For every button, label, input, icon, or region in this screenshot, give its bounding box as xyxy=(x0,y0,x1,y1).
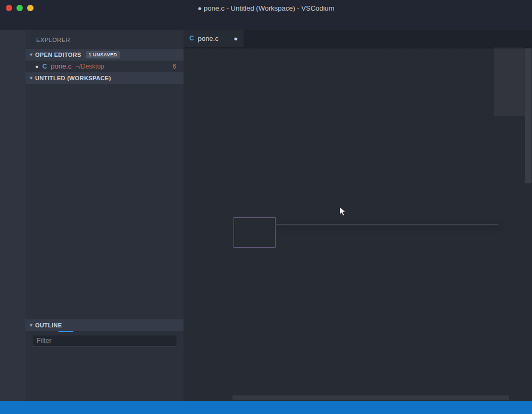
tab-bar: C pone.c ● xyxy=(184,30,532,47)
close-button[interactable] xyxy=(6,5,12,11)
activity-bar xyxy=(0,30,26,401)
tab-pone.c[interactable]: C pone.c ● xyxy=(184,30,244,47)
mouse-cursor xyxy=(339,206,347,219)
workspace-header[interactable]: ▼ UNTITLED (WORKSPACE) xyxy=(26,72,184,84)
chevron-down-icon: ▼ xyxy=(29,52,35,57)
modified-dot-icon[interactable]: ● xyxy=(35,63,39,70)
minimap-slider[interactable] xyxy=(494,47,525,116)
open-editors-label: OPEN EDITORS xyxy=(35,52,81,58)
unsaved-badge: 1 UNSAVED xyxy=(86,51,121,58)
tab-label: pone.c xyxy=(198,35,219,43)
code-editor[interactable] xyxy=(184,47,532,401)
outline-filter-input[interactable] xyxy=(32,335,177,347)
vertical-scrollbar[interactable] xyxy=(525,47,532,401)
open-editor-item-pone.c[interactable]: ● C pone.c ~/Desktop 6 xyxy=(26,61,184,72)
menu-bar xyxy=(0,16,532,30)
editor-group: C pone.c ● xyxy=(184,30,532,401)
c-file-icon: C xyxy=(189,35,194,42)
outline-header[interactable]: ▼ OUTLINE xyxy=(26,319,184,331)
problems-count-badge: 6 xyxy=(172,63,176,70)
window-title: ● pone.c - Untitled (Workspace) - VSCodi… xyxy=(0,4,532,12)
horizontal-scrollbar[interactable] xyxy=(232,395,509,400)
open-editors-header[interactable]: ▼ OPEN EDITORS 1 UNSAVED xyxy=(26,49,184,61)
status-bar xyxy=(0,401,532,414)
open-editor-path: ~/Desktop xyxy=(75,63,104,70)
minimize-button[interactable] xyxy=(16,5,23,11)
workspace-label: UNTITLED (WORKSPACE) xyxy=(35,75,111,81)
dirty-dot-icon[interactable]: ● xyxy=(234,35,238,43)
chevron-down-icon: ▼ xyxy=(29,75,35,81)
outline-label: OUTLINE xyxy=(35,322,62,328)
editor-actions xyxy=(523,30,532,47)
open-editor-filename: pone.c xyxy=(51,62,71,70)
sidebar-title: EXPLORER xyxy=(26,30,184,49)
maximize-button[interactable] xyxy=(27,5,34,11)
outline-section: ▼ OUTLINE xyxy=(26,319,184,401)
c-file-icon: C xyxy=(43,63,47,70)
explorer-sidebar: EXPLORER ▼ OPEN EDITORS 1 UNSAVED ● C po… xyxy=(26,30,184,401)
current-line-box xyxy=(234,217,276,248)
chevron-down-icon: ▼ xyxy=(29,323,35,328)
title-bar: ● pone.c - Untitled (Workspace) - VSCodi… xyxy=(0,0,532,16)
outline-progress-bar xyxy=(59,331,73,332)
window-controls xyxy=(6,5,34,11)
suggest-widget xyxy=(275,224,498,225)
